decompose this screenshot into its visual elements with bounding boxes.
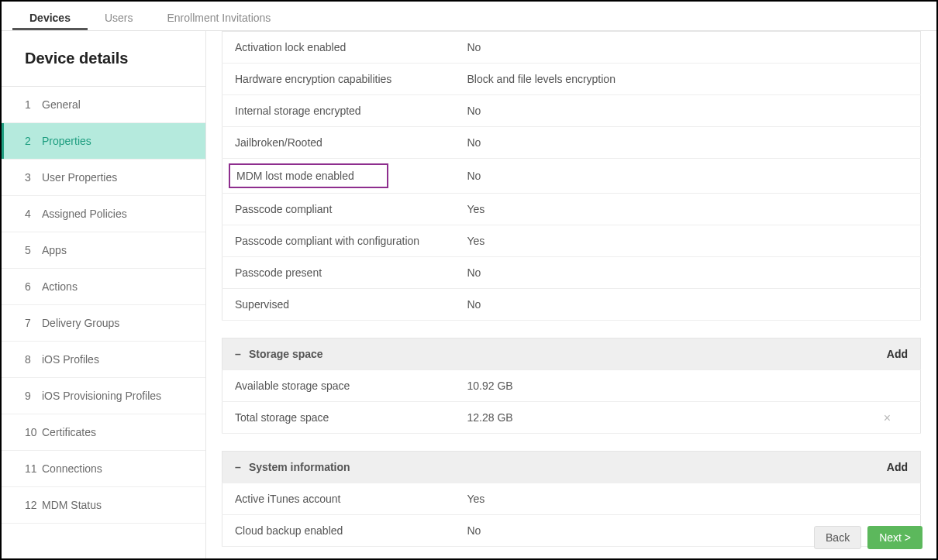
table-row: Passcode present No xyxy=(222,257,921,289)
sidebar-item-ios-provisioning-profiles[interactable]: 9 iOS Provisioning Profiles xyxy=(2,378,205,414)
sidebar-item-num: 5 xyxy=(25,244,42,256)
next-button[interactable]: Next > xyxy=(867,526,922,549)
prop-label: Available storage space xyxy=(222,370,455,402)
sidebar-item-properties[interactable]: 2 Properties xyxy=(2,123,205,160)
sidebar-item-label: Certificates xyxy=(42,426,96,438)
prop-value: No xyxy=(455,127,921,159)
footer: Back Next > xyxy=(814,526,922,549)
sidebar-item-assigned-policies[interactable]: 4 Assigned Policies xyxy=(2,196,205,232)
sidebar-item-mdm-status[interactable]: 12 MDM Status xyxy=(2,487,205,524)
prop-value: Block and file levels encryption xyxy=(455,64,921,95)
sidebar-item-label: MDM Status xyxy=(42,499,102,511)
table-row: Active iTunes account Yes xyxy=(222,483,921,515)
sidebar-item-certificates[interactable]: 10 Certificates xyxy=(2,414,205,451)
prop-value: No xyxy=(455,257,921,289)
sidebar-item-num: 11 xyxy=(25,462,42,475)
sidebar-item-user-properties[interactable]: 3 User Properties xyxy=(2,160,205,196)
sidebar-item-label: iOS Profiles xyxy=(42,353,99,366)
sidebar-item-delivery-groups[interactable]: 7 Delivery Groups xyxy=(2,305,205,342)
sidebar-item-label: General xyxy=(42,98,81,111)
table-row: Available storage space 10.92 GB xyxy=(222,370,921,402)
close-icon[interactable]: × xyxy=(884,411,891,425)
table-row: Total storage space 12.28 GB × xyxy=(222,402,921,434)
sidebar-item-num: 12 xyxy=(25,499,42,511)
sidebar-item-general[interactable]: 1 General xyxy=(2,87,205,123)
collapse-icon[interactable]: – xyxy=(235,461,246,473)
tab-enrollment-invitations[interactable]: Enrollment Invitations xyxy=(150,4,288,30)
add-button[interactable]: Add xyxy=(887,461,908,473)
prop-value: No xyxy=(455,32,921,64)
sidebar-item-num: 1 xyxy=(25,98,42,111)
table-row: Supervised No xyxy=(222,289,921,321)
prop-value: 12.28 GB × xyxy=(455,402,921,434)
body: Device details 1 General 2 Properties 3 … xyxy=(2,31,936,558)
sidebar-item-num: 6 xyxy=(25,280,42,293)
sidebar-item-label: Actions xyxy=(42,280,78,293)
sidebar: Device details 1 General 2 Properties 3 … xyxy=(2,31,206,558)
sidebar-item-num: 7 xyxy=(25,317,42,329)
sidebar-item-ios-profiles[interactable]: 8 iOS Profiles xyxy=(2,342,205,378)
scroll-area: Activation lock enabled No Hardware encr… xyxy=(206,31,936,558)
sidebar-item-label: User Properties xyxy=(42,171,117,184)
prop-label: Cloud backup enabled xyxy=(222,515,455,547)
prop-label: Supervised xyxy=(222,289,455,321)
sidebar-item-actions[interactable]: 6 Actions xyxy=(2,269,205,305)
sidebar-item-apps[interactable]: 5 Apps xyxy=(2,232,205,269)
table-row: Activation lock enabled No xyxy=(222,32,921,64)
prop-label: Total storage space xyxy=(222,402,455,434)
sidebar-item-num: 8 xyxy=(25,353,42,366)
sidebar-item-label: iOS Provisioning Profiles xyxy=(42,390,161,402)
prop-value: No xyxy=(455,289,921,321)
table-row: Internal storage encrypted No xyxy=(222,95,921,127)
top-tabs: Devices Users Enrollment Invitations xyxy=(2,2,936,31)
section-title: Storage space xyxy=(249,348,323,360)
section-header-storage: – Storage space Add xyxy=(222,338,921,370)
highlight-box: MDM lost mode enabled xyxy=(229,163,388,188)
storage-table: – Storage space Add Available storage sp… xyxy=(222,338,921,434)
section-header-system: – System information Add xyxy=(222,452,921,483)
prop-label: Active iTunes account xyxy=(222,483,455,515)
security-table: Activation lock enabled No Hardware encr… xyxy=(222,31,921,321)
sidebar-item-label: Connections xyxy=(42,462,102,475)
prop-value: No xyxy=(455,95,921,127)
main-content: Activation lock enabled No Hardware encr… xyxy=(206,31,936,558)
prop-value: No xyxy=(455,159,921,194)
tab-devices[interactable]: Devices xyxy=(12,4,88,30)
prop-value: 10.92 GB xyxy=(455,370,921,402)
sidebar-item-num: 10 xyxy=(25,426,42,438)
prop-label: MDM lost mode enabled xyxy=(222,159,455,194)
prop-label: Passcode compliant xyxy=(222,194,455,225)
table-row: Jailbroken/Rooted No xyxy=(222,127,921,159)
table-row: Passcode compliant Yes xyxy=(222,194,921,225)
sidebar-item-connections[interactable]: 11 Connections xyxy=(2,451,205,487)
prop-label: Passcode present xyxy=(222,257,455,289)
table-row: Passcode compliant with configuration Ye… xyxy=(222,225,921,257)
sidebar-item-label: Properties xyxy=(42,135,91,147)
collapse-icon[interactable]: – xyxy=(235,348,246,360)
section-title: System information xyxy=(249,461,350,473)
add-button[interactable]: Add xyxy=(887,348,908,360)
table-row-highlighted: MDM lost mode enabled No xyxy=(222,159,921,194)
sidebar-item-label: Assigned Policies xyxy=(42,208,127,220)
prop-label: Hardware encryption capabilities xyxy=(222,64,455,95)
sidebar-item-label: Apps xyxy=(42,244,67,256)
page-title: Device details xyxy=(2,31,205,87)
prop-label: Internal storage encrypted xyxy=(222,95,455,127)
app-window: Devices Users Enrollment Invitations Dev… xyxy=(0,0,938,560)
prop-value: Yes xyxy=(455,225,921,257)
sidebar-item-num: 9 xyxy=(25,390,42,402)
sidebar-item-num: 3 xyxy=(25,171,42,184)
prop-label: Activation lock enabled xyxy=(222,32,455,64)
sidebar-item-num: 4 xyxy=(25,208,42,220)
sidebar-item-num: 2 xyxy=(25,135,42,147)
tab-users[interactable]: Users xyxy=(88,4,150,30)
sidebar-item-label: Delivery Groups xyxy=(42,317,119,329)
prop-label: Jailbroken/Rooted xyxy=(222,127,455,159)
table-row: Hardware encryption capabilities Block a… xyxy=(222,64,921,95)
prop-value-text: 12.28 GB xyxy=(467,411,513,424)
prop-label: Passcode compliant with configuration xyxy=(222,225,455,257)
prop-value: Yes xyxy=(455,194,921,225)
back-button[interactable]: Back xyxy=(814,526,861,549)
prop-value: Yes xyxy=(455,483,921,515)
